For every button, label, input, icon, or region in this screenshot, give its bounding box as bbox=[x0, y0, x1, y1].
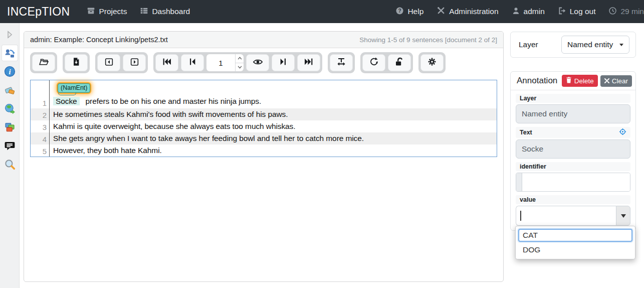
spinner-up-icon[interactable] bbox=[236, 54, 244, 63]
layer-field-label-text: Layer bbox=[520, 95, 536, 102]
layer-selector-label: Layer bbox=[519, 40, 538, 49]
session-timer: 29 min bbox=[608, 7, 644, 17]
step-forward-icon bbox=[278, 57, 288, 69]
fit-text-width-button[interactable] bbox=[330, 54, 353, 71]
recommender-sync-icon[interactable] bbox=[2, 45, 18, 61]
next-page-button[interactable] bbox=[272, 54, 295, 71]
document-header: admin: Example: Concept Linking/pets2.tx… bbox=[24, 32, 503, 48]
settings-group bbox=[418, 52, 446, 73]
sentence-row: 4 She gets angry when I want to take awa… bbox=[31, 132, 497, 145]
document-download-icon bbox=[72, 57, 81, 68]
annotation-panel-header: Annotation Delete Clear bbox=[511, 72, 635, 90]
nav-dashboard[interactable]: Dashboard bbox=[140, 7, 190, 17]
eye-icon bbox=[253, 57, 263, 69]
clear-button-label: Clear bbox=[612, 77, 628, 85]
line-number: 2 bbox=[31, 108, 50, 120]
layer-selector-panel: Layer Named entity bbox=[510, 32, 636, 58]
lock-document-button[interactable] bbox=[388, 54, 411, 71]
step-back-icon bbox=[187, 57, 197, 69]
text-field-group: Text Socke bbox=[516, 127, 630, 159]
nav-administration[interactable]: Administration bbox=[437, 6, 498, 17]
annotation-detail-panel: Annotation Delete Clear Layer Named enti… bbox=[510, 71, 636, 231]
collapse-arrow-icon[interactable] bbox=[2, 27, 18, 42]
last-page-button[interactable] bbox=[297, 54, 320, 71]
list-icon bbox=[140, 7, 148, 17]
sentence-1-rest[interactable]: prefers to be on his one and master his … bbox=[86, 97, 262, 105]
line-number: 1 bbox=[31, 80, 50, 108]
value-field-label: value bbox=[516, 195, 630, 204]
text-field-label-text: Text bbox=[520, 129, 532, 136]
unlock-icon bbox=[394, 57, 404, 69]
previous-page-button[interactable] bbox=[181, 54, 204, 71]
clock-icon bbox=[608, 7, 617, 17]
sentence-text[interactable]: She gets angry when I want to take aways… bbox=[50, 132, 497, 145]
value-input[interactable] bbox=[516, 206, 616, 226]
annotation-panel-title: Annotation bbox=[517, 76, 562, 86]
nav-logout[interactable]: Log out bbox=[558, 7, 596, 17]
sentence-text[interactable]: However, they both hate Kahmi. bbox=[50, 145, 497, 157]
scroll-to-target-icon[interactable] bbox=[619, 128, 626, 137]
value-options-dropdown: CAT DOG bbox=[515, 226, 635, 259]
sentence-text[interactable]: Kahmi is quite overweight, because she a… bbox=[50, 120, 497, 132]
dropdown-option-dog[interactable]: DOG bbox=[518, 243, 632, 256]
spinner-down-icon[interactable] bbox=[236, 63, 244, 72]
value-dropdown-button[interactable] bbox=[616, 206, 630, 226]
text-field-label: Text bbox=[516, 127, 630, 138]
logout-icon bbox=[558, 7, 566, 17]
tagsets-icon[interactable] bbox=[2, 82, 18, 98]
nav-projects-label: Projects bbox=[99, 7, 127, 16]
delete-annotation-button[interactable]: Delete bbox=[562, 75, 598, 87]
sentence-1-content: (NamEnt) Sockeprefers to be on his one a… bbox=[50, 80, 261, 108]
text-cursor bbox=[520, 211, 521, 221]
archive-icon bbox=[87, 7, 95, 17]
line-number: 3 bbox=[31, 120, 50, 132]
nav-help[interactable]: ? Help bbox=[395, 7, 423, 17]
boxed-right-arrow-icon bbox=[130, 57, 139, 69]
export-document-button[interactable] bbox=[65, 54, 88, 71]
value-combobox bbox=[516, 206, 630, 226]
open-document-button[interactable] bbox=[32, 54, 55, 71]
sentence-row: 3 Kahmi is quite overweight, because she… bbox=[31, 120, 497, 132]
identifier-input-group bbox=[516, 173, 630, 192]
info-icon[interactable]: i bbox=[2, 64, 18, 79]
first-page-button[interactable] bbox=[155, 54, 178, 71]
left-sidebar: i bbox=[0, 23, 20, 288]
previous-document-button[interactable] bbox=[97, 54, 120, 71]
page-number-wrap bbox=[206, 54, 244, 71]
next-document-button[interactable] bbox=[123, 54, 146, 71]
app-logo[interactable]: INCEpTION bbox=[7, 5, 70, 19]
annotated-span[interactable]: Socke bbox=[53, 97, 80, 105]
layer-field-group: Layer Named entity bbox=[516, 94, 630, 123]
page-spinner bbox=[235, 54, 244, 71]
dropdown-option-cat[interactable]: CAT bbox=[518, 229, 632, 242]
navbar-right: ? Help Administration admin Log out 29 m… bbox=[382, 6, 644, 17]
sentence-text[interactable]: He sometimes steals Kahmi's food with sw… bbox=[50, 108, 497, 120]
annotation-chip[interactable]: (NamEnt) bbox=[58, 83, 90, 93]
skip-last-icon bbox=[304, 57, 314, 69]
images-icon[interactable] bbox=[2, 119, 18, 135]
nav-help-label: Help bbox=[407, 7, 423, 16]
web-lookup-icon[interactable] bbox=[2, 101, 18, 116]
nav-user[interactable]: admin bbox=[512, 7, 545, 17]
nav-user-label: admin bbox=[524, 7, 545, 16]
layer-field-label: Layer bbox=[516, 94, 630, 103]
nav-projects[interactable]: Projects bbox=[87, 7, 127, 17]
clear-annotation-button[interactable]: Clear bbox=[600, 75, 632, 87]
page-nav-group bbox=[153, 52, 322, 73]
reset-document-button[interactable] bbox=[362, 54, 385, 71]
identifier-input[interactable] bbox=[522, 173, 630, 191]
search-icon[interactable] bbox=[2, 157, 18, 172]
comments-icon[interactable] bbox=[2, 138, 18, 154]
value-field-label-text: value bbox=[520, 196, 536, 203]
settings-button[interactable] bbox=[420, 54, 444, 71]
layer-select[interactable]: Named entity bbox=[561, 36, 629, 54]
close-icon bbox=[604, 77, 609, 85]
user-icon bbox=[512, 7, 520, 17]
page-number-input[interactable] bbox=[206, 54, 235, 71]
text-field-value: Socke bbox=[516, 139, 630, 159]
sentence-row: 1 (NamEnt) Sockeprefers to be on his one… bbox=[31, 80, 497, 108]
annotation-toolbar bbox=[24, 48, 503, 77]
annotation-bracket bbox=[58, 93, 76, 95]
session-timer-label: 29 min bbox=[620, 7, 644, 16]
focus-sentence-button[interactable] bbox=[246, 54, 269, 71]
